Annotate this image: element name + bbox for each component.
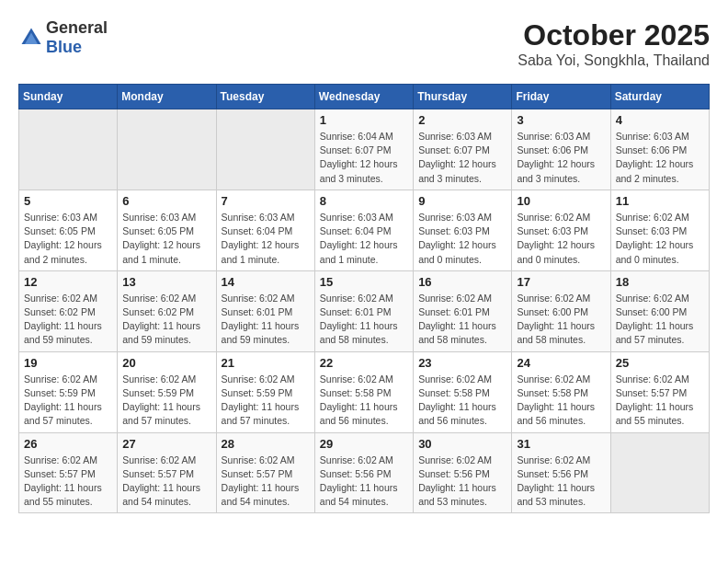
calendar-day-cell: 15Sunrise: 6:02 AMSunset: 6:01 PMDayligh… bbox=[314, 270, 413, 351]
logo: General Blue bbox=[18, 18, 108, 57]
day-info: Sunrise: 6:03 AMSunset: 6:05 PMDaylight:… bbox=[24, 211, 112, 267]
calendar-week-row: 1Sunrise: 6:04 AMSunset: 6:07 PMDaylight… bbox=[19, 109, 710, 190]
day-number: 3 bbox=[517, 113, 605, 127]
calendar-day-cell: 3Sunrise: 6:03 AMSunset: 6:06 PMDaylight… bbox=[512, 109, 610, 190]
day-info: Sunrise: 6:02 AMSunset: 5:59 PMDaylight:… bbox=[122, 373, 210, 429]
logo-general: General bbox=[46, 18, 108, 37]
day-number: 31 bbox=[517, 437, 605, 451]
day-number: 14 bbox=[222, 275, 310, 289]
weekday-header: Thursday bbox=[414, 85, 512, 109]
weekday-header: Monday bbox=[118, 85, 216, 109]
day-number: 18 bbox=[616, 275, 704, 289]
day-info: Sunrise: 6:02 AMSunset: 5:56 PMDaylight:… bbox=[320, 454, 408, 510]
calendar-day-cell: 21Sunrise: 6:02 AMSunset: 5:59 PMDayligh… bbox=[216, 351, 314, 432]
calendar-day-cell bbox=[216, 109, 314, 190]
day-info: Sunrise: 6:02 AMSunset: 6:03 PMDaylight:… bbox=[517, 211, 605, 267]
day-info: Sunrise: 6:02 AMSunset: 5:58 PMDaylight:… bbox=[517, 373, 605, 429]
calendar-day-cell: 19Sunrise: 6:02 AMSunset: 5:59 PMDayligh… bbox=[19, 351, 118, 432]
calendar-day-cell: 24Sunrise: 6:02 AMSunset: 5:58 PMDayligh… bbox=[512, 351, 610, 432]
day-info: Sunrise: 6:02 AMSunset: 5:56 PMDaylight:… bbox=[517, 454, 605, 510]
day-number: 4 bbox=[616, 113, 704, 127]
day-number: 15 bbox=[320, 275, 408, 289]
calendar-day-cell: 4Sunrise: 6:03 AMSunset: 6:06 PMDaylight… bbox=[610, 109, 709, 190]
day-number: 6 bbox=[122, 194, 210, 208]
calendar-day-cell: 29Sunrise: 6:02 AMSunset: 5:56 PMDayligh… bbox=[314, 432, 413, 513]
page-header: General Blue October 2025 Saba Yoi, Song… bbox=[18, 18, 710, 69]
day-info: Sunrise: 6:02 AMSunset: 5:59 PMDaylight:… bbox=[24, 373, 112, 429]
day-number: 12 bbox=[24, 275, 112, 289]
day-number: 25 bbox=[616, 356, 704, 370]
day-info: Sunrise: 6:02 AMSunset: 5:59 PMDaylight:… bbox=[222, 373, 310, 429]
day-info: Sunrise: 6:02 AMSunset: 5:58 PMDaylight:… bbox=[418, 373, 506, 429]
day-info: Sunrise: 6:02 AMSunset: 5:57 PMDaylight:… bbox=[122, 454, 210, 510]
day-info: Sunrise: 6:02 AMSunset: 6:01 PMDaylight:… bbox=[222, 292, 310, 348]
day-info: Sunrise: 6:03 AMSunset: 6:04 PMDaylight:… bbox=[320, 211, 408, 267]
calendar-day-cell: 12Sunrise: 6:02 AMSunset: 6:02 PMDayligh… bbox=[19, 270, 118, 351]
day-number: 17 bbox=[517, 275, 605, 289]
calendar-week-row: 5Sunrise: 6:03 AMSunset: 6:05 PMDaylight… bbox=[19, 190, 710, 270]
day-number: 11 bbox=[616, 194, 704, 208]
day-number: 16 bbox=[418, 275, 506, 289]
day-info: Sunrise: 6:02 AMSunset: 5:57 PMDaylight:… bbox=[222, 454, 310, 510]
calendar-day-cell: 14Sunrise: 6:02 AMSunset: 6:01 PMDayligh… bbox=[216, 270, 314, 351]
day-info: Sunrise: 6:02 AMSunset: 6:00 PMDaylight:… bbox=[517, 292, 605, 348]
day-info: Sunrise: 6:03 AMSunset: 6:05 PMDaylight:… bbox=[122, 211, 210, 267]
day-info: Sunrise: 6:02 AMSunset: 6:02 PMDaylight:… bbox=[122, 292, 210, 348]
day-info: Sunrise: 6:02 AMSunset: 5:57 PMDaylight:… bbox=[616, 373, 704, 429]
calendar-day-cell: 7Sunrise: 6:03 AMSunset: 6:04 PMDaylight… bbox=[216, 190, 314, 270]
calendar-day-cell: 9Sunrise: 6:03 AMSunset: 6:03 PMDaylight… bbox=[414, 190, 512, 270]
day-info: Sunrise: 6:02 AMSunset: 6:01 PMDaylight:… bbox=[320, 292, 408, 348]
calendar-day-cell: 1Sunrise: 6:04 AMSunset: 6:07 PMDaylight… bbox=[314, 109, 413, 190]
day-number: 29 bbox=[320, 437, 408, 451]
page-title: October 2025 bbox=[518, 18, 710, 52]
day-number: 5 bbox=[24, 194, 112, 208]
calendar-day-cell: 11Sunrise: 6:02 AMSunset: 6:03 PMDayligh… bbox=[610, 190, 709, 270]
day-number: 1 bbox=[320, 113, 408, 127]
day-number: 27 bbox=[122, 437, 210, 451]
day-number: 2 bbox=[418, 113, 506, 127]
calendar-day-cell: 8Sunrise: 6:03 AMSunset: 6:04 PMDaylight… bbox=[314, 190, 413, 270]
logo-blue: Blue bbox=[46, 38, 82, 56]
day-number: 28 bbox=[222, 437, 310, 451]
day-info: Sunrise: 6:03 AMSunset: 6:06 PMDaylight:… bbox=[616, 130, 704, 186]
calendar-day-cell: 20Sunrise: 6:02 AMSunset: 5:59 PMDayligh… bbox=[118, 351, 216, 432]
day-info: Sunrise: 6:03 AMSunset: 6:06 PMDaylight:… bbox=[517, 130, 605, 186]
calendar-day-cell: 5Sunrise: 6:03 AMSunset: 6:05 PMDaylight… bbox=[19, 190, 118, 270]
weekday-header: Friday bbox=[512, 85, 610, 109]
title-block: October 2025 Saba Yoi, Songkhla, Thailan… bbox=[518, 18, 710, 69]
calendar-header-row: SundayMondayTuesdayWednesdayThursdayFrid… bbox=[19, 85, 710, 109]
day-info: Sunrise: 6:02 AMSunset: 6:01 PMDaylight:… bbox=[418, 292, 506, 348]
day-number: 30 bbox=[418, 437, 506, 451]
calendar-day-cell: 17Sunrise: 6:02 AMSunset: 6:00 PMDayligh… bbox=[512, 270, 610, 351]
calendar-day-cell: 25Sunrise: 6:02 AMSunset: 5:57 PMDayligh… bbox=[610, 351, 709, 432]
day-number: 8 bbox=[320, 194, 408, 208]
day-info: Sunrise: 6:03 AMSunset: 6:03 PMDaylight:… bbox=[418, 211, 506, 267]
calendar-day-cell: 2Sunrise: 6:03 AMSunset: 6:07 PMDaylight… bbox=[414, 109, 512, 190]
day-number: 9 bbox=[418, 194, 506, 208]
calendar-day-cell: 16Sunrise: 6:02 AMSunset: 6:01 PMDayligh… bbox=[414, 270, 512, 351]
day-info: Sunrise: 6:03 AMSunset: 6:07 PMDaylight:… bbox=[418, 130, 506, 186]
day-number: 13 bbox=[122, 275, 210, 289]
calendar-day-cell bbox=[118, 109, 216, 190]
logo-icon bbox=[18, 25, 44, 51]
calendar-day-cell: 6Sunrise: 6:03 AMSunset: 6:05 PMDaylight… bbox=[118, 190, 216, 270]
day-info: Sunrise: 6:02 AMSunset: 5:56 PMDaylight:… bbox=[418, 454, 506, 510]
day-info: Sunrise: 6:03 AMSunset: 6:04 PMDaylight:… bbox=[222, 211, 310, 267]
calendar-day-cell bbox=[610, 432, 709, 513]
weekday-header: Wednesday bbox=[314, 85, 413, 109]
day-number: 22 bbox=[320, 356, 408, 370]
calendar-day-cell: 27Sunrise: 6:02 AMSunset: 5:57 PMDayligh… bbox=[118, 432, 216, 513]
day-number: 10 bbox=[517, 194, 605, 208]
day-info: Sunrise: 6:02 AMSunset: 5:57 PMDaylight:… bbox=[24, 454, 112, 510]
calendar-day-cell bbox=[19, 109, 118, 190]
day-number: 23 bbox=[418, 356, 506, 370]
day-info: Sunrise: 6:04 AMSunset: 6:07 PMDaylight:… bbox=[320, 130, 408, 186]
calendar-day-cell: 30Sunrise: 6:02 AMSunset: 5:56 PMDayligh… bbox=[414, 432, 512, 513]
day-number: 24 bbox=[517, 356, 605, 370]
day-info: Sunrise: 6:02 AMSunset: 6:00 PMDaylight:… bbox=[616, 292, 704, 348]
day-number: 26 bbox=[24, 437, 112, 451]
day-info: Sunrise: 6:02 AMSunset: 6:03 PMDaylight:… bbox=[616, 211, 704, 267]
calendar-week-row: 19Sunrise: 6:02 AMSunset: 5:59 PMDayligh… bbox=[19, 351, 710, 432]
day-number: 21 bbox=[222, 356, 310, 370]
calendar-day-cell: 13Sunrise: 6:02 AMSunset: 6:02 PMDayligh… bbox=[118, 270, 216, 351]
